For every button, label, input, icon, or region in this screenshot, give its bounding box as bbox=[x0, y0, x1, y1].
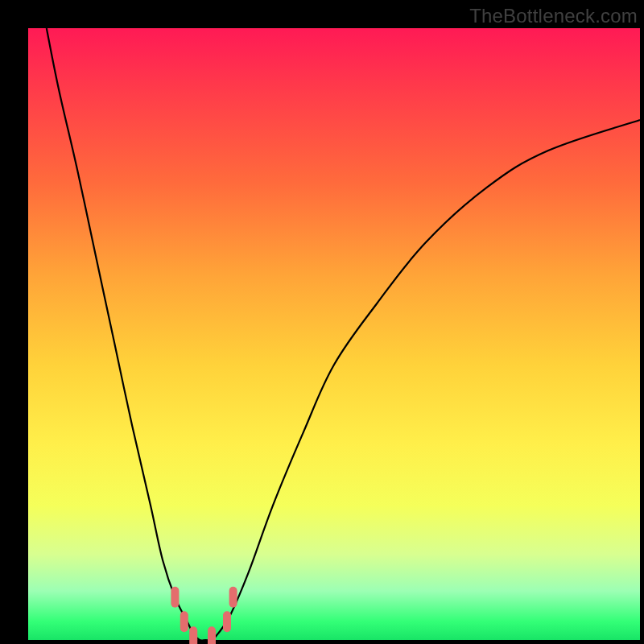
plot-area bbox=[28, 28, 640, 640]
curve-marker bbox=[171, 587, 179, 608]
marker-group bbox=[171, 587, 237, 644]
chart-frame: TheBottleneck.com bbox=[0, 0, 644, 644]
bottleneck-curve bbox=[47, 28, 640, 641]
curve-marker bbox=[223, 611, 231, 632]
chart-svg bbox=[28, 28, 640, 640]
watermark-text: TheBottleneck.com bbox=[469, 5, 638, 27]
curve-marker bbox=[180, 611, 188, 632]
curve-marker bbox=[189, 626, 197, 644]
curve-marker bbox=[208, 626, 216, 644]
curve-marker bbox=[229, 587, 237, 608]
